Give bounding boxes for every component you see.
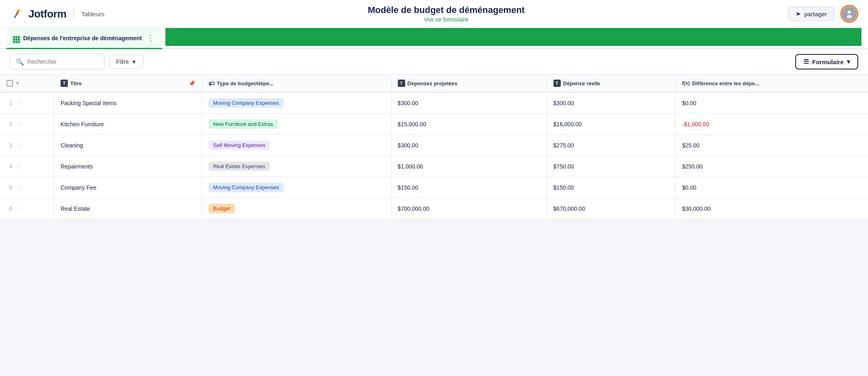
th-diff-label: Différence entre les dépe... <box>692 80 759 86</box>
table-row: 5 ☆ Company Fee Moving Company Expenses … <box>0 177 868 198</box>
row-badge: Real Estate Expenses <box>208 162 270 171</box>
star-icon[interactable]: ☆ <box>16 162 22 170</box>
th-actual-type-icon: T <box>553 80 561 87</box>
jotform-logo-icon <box>10 6 24 21</box>
row-badge: Budget <box>208 204 235 213</box>
row-number: 3 <box>7 142 12 148</box>
row-diff-cell: $30,000.00 <box>675 198 868 219</box>
row-meta-cell: 3 ☆ <box>0 135 54 156</box>
formulaire-button[interactable]: ☰ Formulaire ▾ <box>795 54 858 69</box>
table-row: 6 ☆ Real Estate Budget $700,000.00 $670,… <box>0 198 868 219</box>
row-meta-cell: 2 ☆ <box>0 114 54 135</box>
th-projected-label: Dépenses projetées <box>408 80 458 86</box>
tab-label: Dépenses de l'entreprise de déménagement <box>23 35 142 41</box>
tableurs-label: Tableurs <box>81 11 104 17</box>
row-meta-cell: 6 ☆ <box>0 198 54 219</box>
tab-grid-icon <box>13 33 20 43</box>
row-actual: $16,000.00 <box>553 121 582 127</box>
app-header: Jotform Tableurs Modèle de budget de dém… <box>0 0 868 28</box>
search-box[interactable]: 🔍 <box>10 54 104 69</box>
row-diff: $30,000.00 <box>682 205 710 212</box>
row-projected-cell: $300.00 <box>391 135 547 156</box>
tab-options-icon[interactable]: ⋮ <box>145 34 156 43</box>
formulaire-label: Formulaire <box>812 58 844 65</box>
row-badge-cell: Real Estate Expenses <box>202 156 391 177</box>
share-button[interactable]: ➤ partager <box>788 6 835 21</box>
data-table: ▾ T Titre 📌 🏷 Type de budget/dépe... <box>0 75 868 219</box>
formulaire-chevron-icon: ▾ <box>847 58 850 65</box>
row-badge: Self Moving Expenses <box>208 140 271 150</box>
table-header-row: ▾ T Titre 📌 🏷 Type de budget/dépe... <box>0 75 868 92</box>
row-badge-cell: Moving Company Expenses <box>202 92 391 114</box>
avatar[interactable] <box>840 5 858 23</box>
row-badge: New Furniture and Extras <box>208 119 278 129</box>
th-budget-tag-icon: 🏷 <box>208 80 215 87</box>
row-badge-cell: Self Moving Expenses <box>202 135 391 156</box>
row-diff-cell: $0.00 <box>675 92 868 114</box>
row-actual-cell: $300.00 <box>547 92 675 114</box>
row-projected: $150.00 <box>398 184 419 191</box>
row-projected-cell: $700,000.00 <box>391 198 547 219</box>
row-title: Cleaning <box>61 142 83 149</box>
th-title-type-icon: T <box>61 80 68 87</box>
row-actual-cell: $275.00 <box>547 135 675 156</box>
row-badge-cell: Moving Company Expenses <box>202 177 391 198</box>
row-actual-cell: $150.00 <box>547 177 675 198</box>
svg-point-5 <box>846 15 852 18</box>
row-title-cell: Repairments <box>54 156 202 177</box>
row-diff: $0.00 <box>682 100 696 106</box>
tab-moving-expenses[interactable]: Dépenses de l'entreprise de déménagement… <box>7 28 162 49</box>
data-table-container: ▾ T Titre 📌 🏷 Type de budget/dépe... <box>0 75 868 219</box>
page-title: Modèle de budget de déménagement <box>111 5 781 15</box>
th-title-pin-icon: 📌 <box>189 80 195 86</box>
star-icon[interactable]: ☆ <box>16 184 22 191</box>
filter-button[interactable]: Filtre ▼ <box>109 55 143 69</box>
select-chevron-icon[interactable]: ▾ <box>16 80 19 86</box>
th-select: ▾ <box>0 75 54 92</box>
row-badge-cell: Budget <box>202 198 391 219</box>
row-badge: Moving Company Expenses <box>208 98 284 108</box>
row-projected-cell: $300.00 <box>391 92 547 114</box>
table-row: 3 ☆ Cleaning Self Moving Expenses $300.0… <box>0 135 868 156</box>
row-diff-cell: $0.00 <box>675 177 868 198</box>
formulaire-icon: ☰ <box>803 58 809 65</box>
row-projected-cell: $150.00 <box>391 177 547 198</box>
th-diff: f(x) Différence entre les dépe... <box>675 75 868 92</box>
row-projected: $15,000.00 <box>398 121 426 127</box>
row-badge: Moving Company Expenses <box>208 183 284 192</box>
form-link[interactable]: Voir ce formulaire <box>111 16 781 23</box>
row-diff: $25.00 <box>682 142 699 149</box>
row-number: 5 <box>7 184 12 190</box>
select-all-checkbox[interactable] <box>7 80 13 86</box>
row-number: 1 <box>7 100 12 106</box>
search-input[interactable] <box>27 58 98 65</box>
star-icon[interactable]: ☆ <box>16 99 22 107</box>
header-actions: ➤ partager <box>788 5 858 23</box>
row-diff-cell: $25.00 <box>675 135 868 156</box>
row-actual: $275.00 <box>553 142 574 149</box>
row-number: 2 <box>7 121 12 127</box>
tab-bar: Dépenses de l'entreprise de déménagement… <box>0 28 868 49</box>
row-title-cell: Real Estate <box>54 198 202 219</box>
row-title: Repairments <box>61 163 93 170</box>
row-projected: $300.00 <box>398 142 419 149</box>
row-actual-cell: $670,000.00 <box>547 198 675 219</box>
row-badge-cell: New Furniture and Extras <box>202 114 391 135</box>
row-diff: $0.00 <box>682 184 696 191</box>
th-budget-type-label: Type de budget/dépe... <box>217 80 274 86</box>
row-title-cell: Kitchen Furniture <box>54 114 202 135</box>
row-projected-cell: $1,000.00 <box>391 156 547 177</box>
row-meta-cell: 5 ☆ <box>0 177 54 198</box>
star-icon[interactable]: ☆ <box>16 141 22 149</box>
filter-icon: ▼ <box>131 59 137 65</box>
header-divider <box>74 8 74 20</box>
star-icon[interactable]: ☆ <box>16 120 22 128</box>
header-center: Modèle de budget de déménagement Voir ce… <box>111 5 781 23</box>
avatar-inner <box>842 6 857 21</box>
logo-area: Jotform Tableurs <box>10 6 104 21</box>
row-number: 4 <box>7 163 12 169</box>
row-title-cell: Company Fee <box>54 177 202 198</box>
star-icon[interactable]: ☆ <box>16 205 22 212</box>
row-actual: $670,000.00 <box>553 205 585 212</box>
row-diff-cell: -$1,000.00 <box>675 114 868 135</box>
